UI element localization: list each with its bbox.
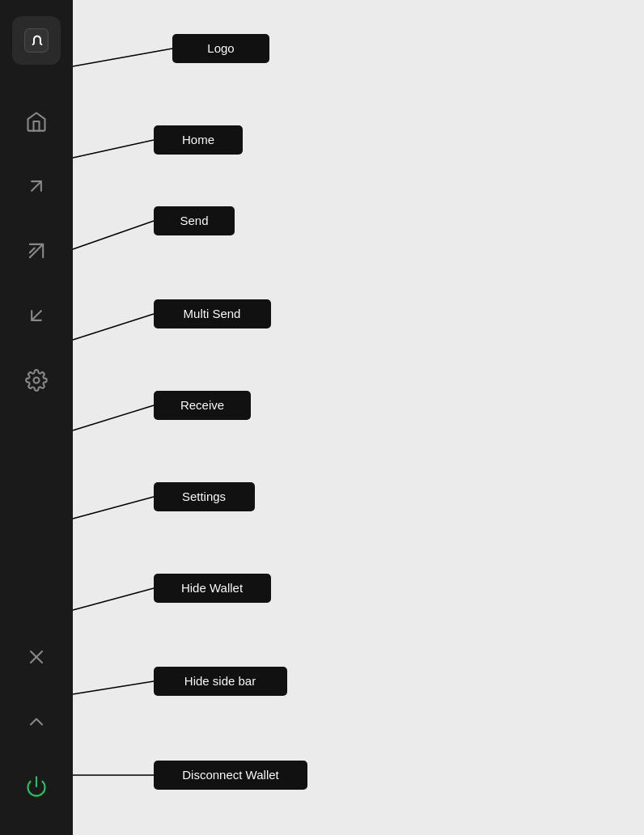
close-icon [25,646,48,668]
power-icon [25,775,48,798]
bottom-items [0,625,73,819]
logo-button[interactable]: ᙁ [12,16,61,65]
sidebar-item-home[interactable] [0,89,73,154]
sidebar-item-hide-wallet[interactable] [0,625,73,689]
sidebar-item-receive[interactable] [0,283,73,348]
svg-line-4 [30,248,35,253]
svg-point-6 [34,378,40,384]
main-content [73,0,644,835]
chevron-up-icon [25,710,48,733]
send-icon [25,175,48,197]
svg-line-5 [32,311,41,320]
settings-icon [25,369,48,392]
sidebar: ᙁ [0,0,73,835]
receive-icon [25,304,48,327]
nav-items [0,89,73,625]
svg-line-2 [32,181,41,191]
multi-send-icon [25,239,48,262]
sidebar-item-disconnect-wallet[interactable] [0,754,73,819]
sidebar-item-multi-send[interactable] [0,218,73,283]
sidebar-item-send[interactable] [0,154,73,218]
home-icon [25,110,48,133]
sidebar-item-hide-sidebar[interactable] [0,689,73,754]
svg-text:ᙁ: ᙁ [32,33,43,49]
logo-icon: ᙁ [22,26,51,55]
sidebar-item-settings[interactable] [0,348,73,413]
